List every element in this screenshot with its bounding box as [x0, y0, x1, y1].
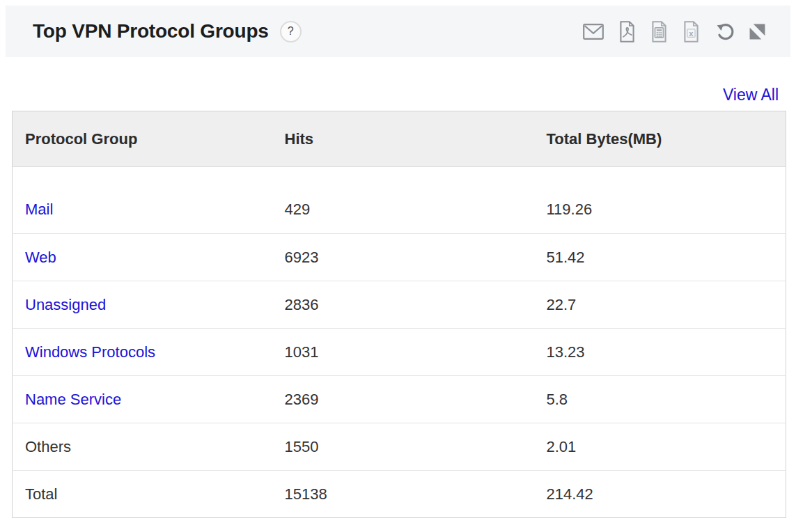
protocol-group-value: Others: [25, 438, 71, 455]
table-row: Windows Protocols 1031 13.23: [13, 329, 786, 376]
hits-cell: 6923: [272, 234, 534, 281]
column-header-hits: Hits: [272, 111, 534, 167]
column-header-total-bytes: Total Bytes(MB): [534, 111, 786, 167]
help-icon[interactable]: ?: [280, 21, 302, 42]
table-header-row: Protocol Group Hits Total Bytes(MB): [13, 111, 786, 167]
table-row: Name Service 2369 5.8: [13, 376, 786, 423]
resize-icon[interactable]: [749, 24, 765, 40]
total-bytes-cell: 22.7: [534, 281, 786, 329]
protocol-groups-table: Protocol Group Hits Total Bytes(MB) Mail…: [12, 111, 786, 518]
total-bytes-cell: 2.01: [534, 423, 786, 471]
table-row: Mail 429 119.26: [13, 167, 786, 234]
csv-export-icon[interactable]: [650, 21, 668, 42]
protocol-group-link[interactable]: Windows Protocols: [25, 343, 155, 361]
hits-cell: 429: [272, 167, 534, 234]
protocol-group-cell: Unassigned: [13, 281, 272, 329]
protocol-group-cell: Total: [13, 471, 272, 518]
protocol-group-cell: Others: [13, 423, 272, 471]
table-row: Unassigned 2836 22.7: [13, 281, 786, 329]
protocol-group-cell: Web: [13, 234, 272, 281]
protocol-group-cell: Mail: [13, 167, 272, 234]
total-bytes-cell: 119.26: [534, 167, 786, 234]
protocol-group-link[interactable]: Name Service: [25, 391, 121, 408]
protocol-group-link[interactable]: Mail: [25, 201, 53, 218]
table-row: Web 6923 51.42: [13, 234, 786, 281]
total-bytes-cell: 51.42: [534, 234, 786, 281]
hits-cell: 15138: [272, 471, 534, 518]
table-body: Mail 429 119.26 Web 6923 51.42 Unassigne…: [13, 167, 786, 518]
total-bytes-cell: 13.23: [534, 329, 786, 376]
view-all-row: View All: [12, 86, 779, 104]
table-row: Others 1550 2.01: [13, 423, 786, 471]
total-bytes-cell: 5.8: [534, 376, 786, 423]
pdf-export-icon[interactable]: [618, 21, 636, 42]
protocol-group-cell: Windows Protocols: [13, 329, 272, 376]
refresh-icon[interactable]: [715, 22, 735, 42]
protocol-group-value: Total: [25, 485, 57, 503]
table-row: Total 15138 214.42: [13, 471, 786, 518]
excel-export-icon[interactable]: x: [682, 21, 700, 42]
widget-toolbar: x: [583, 21, 765, 42]
pdf-export-icon-glyph: [618, 21, 636, 42]
excel-export-icon-glyph: x: [682, 21, 700, 42]
hits-cell: 2836: [272, 281, 534, 329]
hits-cell: 1031: [272, 329, 534, 376]
email-icon-glyph: [583, 24, 604, 40]
protocol-group-link[interactable]: Unassigned: [25, 296, 106, 313]
email-icon[interactable]: [583, 24, 604, 40]
csv-export-icon-glyph: [650, 21, 668, 42]
page-title: Top VPN Protocol Groups: [33, 20, 269, 42]
svg-text:x: x: [689, 29, 694, 37]
protocol-group-cell: Name Service: [13, 376, 272, 423]
widget-header: Top VPN Protocol Groups ?: [6, 6, 790, 57]
total-bytes-cell: 214.42: [534, 471, 786, 518]
hits-cell: 1550: [272, 423, 534, 471]
hits-cell: 2369: [272, 376, 534, 423]
refresh-icon-glyph: [715, 22, 735, 42]
protocol-group-link[interactable]: Web: [25, 249, 56, 266]
column-header-protocol-group: Protocol Group: [13, 111, 272, 167]
view-all-link[interactable]: View All: [723, 86, 779, 104]
resize-icon-glyph: [749, 24, 765, 40]
